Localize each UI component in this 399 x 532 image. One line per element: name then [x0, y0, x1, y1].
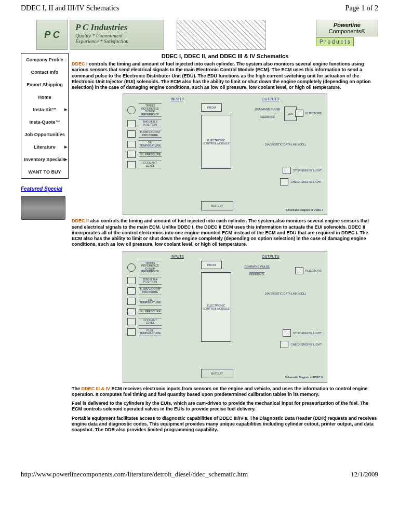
sensor-box-icon [127, 141, 136, 148]
schematic-input-row: FUEL TEMPERATURE [127, 328, 162, 336]
paragraph-ddec34: The DDEC III & IV ECM receives electroni… [72, 386, 378, 398]
powerline-label: Powerline Components® [316, 20, 378, 36]
sensor-label: TURBO-BOOST PRESSURE [139, 130, 162, 138]
sensor-box-icon [127, 277, 136, 284]
schematic-input-row: COOLANT LEVEL [127, 318, 162, 326]
injector-label: INJECTORS [305, 112, 322, 115]
nav-item[interactable]: Insta-Quote™ [21, 116, 68, 128]
sensor-label: COOLANT LEVEL [139, 161, 162, 168]
industries-title: P C Industries [75, 22, 158, 33]
sensor-label: TIMING REFERENCE SYNCH REFERENCE [139, 103, 162, 117]
sidebar: Company ProfileContact InfoExport Shippi… [21, 53, 69, 220]
battery-box: BATTERY [201, 201, 233, 210]
sensor-label: COOLANT LEVEL [139, 318, 162, 326]
nav-item[interactable]: Company Profile [21, 54, 68, 66]
ddec1-label: DDEC I [72, 61, 88, 66]
industries-banner: P C Industries Quality * Commitment Expe… [70, 20, 164, 50]
sensor-label: OIL TEMPERATURE [139, 298, 162, 305]
sensor-box-icon [127, 298, 136, 305]
fb-label-2: FEEDBACK [249, 272, 265, 276]
engine-image [177, 20, 266, 50]
ddec2-label: DDEC II [72, 218, 89, 223]
schematic-input-row: OIL TEMPERATURE [127, 298, 162, 305]
industries-tag2: Experience * Satisfaction [75, 38, 158, 44]
schematic-input-row: COOLANT LEVEL [127, 161, 162, 168]
schematic-input-row: TURBO-BOOST PRESSURE [127, 287, 162, 295]
sensor-box-icon [127, 308, 136, 315]
sensor-label: TURBO-BOOST PRESSURE [139, 287, 162, 295]
article-title: DDEC I, DDEC II, and DDEC III & IV Schem… [72, 53, 378, 59]
featured-image[interactable] [21, 196, 65, 220]
nav-item[interactable]: Export Shipping [21, 78, 68, 91]
prom-box-2: PROM [201, 261, 222, 269]
footer-url: http://www.powerlinecomponents.com/liter… [21, 470, 248, 478]
inputs-header: INPUTS [170, 97, 184, 101]
check-light-icon-2 [280, 341, 288, 348]
injector-label-2: INJECTORS [305, 269, 322, 272]
sensor-box-icon [127, 328, 136, 336]
schematic-input-row: TIMING REFERENCE SYNCH REFERENCE [127, 103, 162, 117]
sensor-box-icon [127, 120, 136, 127]
paragraph-ddec1: DDEC I controls the timing and amount of… [72, 61, 378, 90]
sensor-box-icon [127, 287, 136, 295]
schematic-ddec1: INPUTS OUTPUTS TIMING REFERENCE SYNCH RE… [123, 94, 327, 215]
nav-item[interactable]: Job Opportunities [21, 128, 68, 141]
check-label-2: CHECK ENGINE LIGHT [290, 343, 322, 346]
products-button[interactable]: P r o d u c t s [316, 37, 354, 46]
schematic-ddec2: INPUTS OUTPUTS TIMING REFERENCE SYNCH RE… [123, 251, 327, 383]
check-label: CHECK ENGINE LIGHT [290, 180, 322, 183]
ddec1-text: controls the timing and amount of fuel i… [72, 61, 371, 90]
sensor-label: THROTTLE POSITION [139, 119, 162, 127]
check-light-icon [280, 178, 288, 185]
submenu-arrow-icon: ▶ [64, 145, 67, 149]
stop-light-icon-2 [283, 329, 291, 337]
page-number: Page 1 of 2 [345, 4, 378, 12]
injector-icon-2 [295, 267, 303, 274]
cmd-label-2: COMMAND PULSE [244, 265, 270, 269]
stop-light-icon [283, 167, 291, 174]
schematic1-caption: Schematic Diagram of DDEC I [286, 209, 323, 212]
schematic2-caption: Schematic Diagram of DDEC II [285, 376, 323, 379]
nav-item[interactable]: Inventory Specials▶ [21, 153, 68, 166]
schematic-input-row: TIMING REFERENCE SYNCH REFERENCE [127, 261, 162, 274]
nav-menu: Company ProfileContact InfoExport Shippi… [21, 53, 69, 179]
article-body: DDEC I, DDEC II, and DDEC III & IV Schem… [72, 53, 378, 436]
ddec34-label: DDEC III & IV [82, 386, 111, 391]
schematic-input-row: OIL TEMPERATURE [127, 140, 162, 148]
sensor-label: OIL PRESSURE [139, 309, 162, 314]
industries-tag1: Quality * Commitment [75, 33, 158, 38]
nav-item[interactable]: Insta-Kit™▶ [21, 103, 68, 116]
sensor-label: FUEL TEMPERATURE [139, 328, 162, 336]
sensor-box-icon [127, 130, 136, 138]
ecm-box-2: ELECTRONIC CONTROL MODULE [201, 272, 231, 342]
ecm-box: ELECTRONIC CONTROL MODULE [201, 115, 231, 169]
sensor-box-icon [127, 318, 136, 325]
inputs-header-2: INPUTS [170, 255, 184, 258]
schematic-input-row: OIL PRESSURE [127, 151, 162, 158]
nav-item[interactable]: Home [21, 91, 68, 103]
pc-logo[interactable]: P C [36, 20, 68, 50]
powerline-bold: Powerline [334, 22, 361, 28]
submenu-arrow-icon: ▶ [64, 157, 67, 162]
powerline-reg: Components® [329, 28, 365, 34]
sensor-circle-icon [127, 106, 136, 114]
featured-special-link[interactable]: Featured Special [21, 186, 69, 192]
sensor-box-icon [127, 161, 136, 168]
fb-label: FEEDBACK [260, 115, 275, 118]
paragraph-ddr: Portable equipment facilitates access to… [72, 416, 378, 433]
sensor-box-icon [127, 151, 136, 158]
ddec34-text: ECM receives electronic inputs from sens… [72, 386, 367, 397]
prom-box: PROM [201, 103, 222, 112]
doc-title: DDEC I, II and III/IV Schematics [21, 4, 119, 12]
p3-pre: The [72, 386, 82, 391]
schematic-input-row: TURBO-BOOST PRESSURE [127, 130, 162, 138]
top-banner: P C P C Industries Quality * Commitment … [36, 20, 378, 50]
stop-label-2: STOP ENGINE LIGHT [293, 331, 322, 335]
outputs-header: OUTPUTS [262, 97, 279, 101]
nav-item[interactable]: Literature▶ [21, 141, 68, 153]
nav-item[interactable]: Contact Info [21, 66, 68, 78]
ddl-label-2: DIAGNOSTIC DATA LINK (DDL) [265, 292, 306, 295]
paragraph-fuel: Fuel is delivered to the cylinders by th… [72, 401, 378, 413]
nav-item[interactable]: WANT TO BUY [21, 166, 68, 178]
submenu-arrow-icon: ▶ [64, 108, 67, 112]
